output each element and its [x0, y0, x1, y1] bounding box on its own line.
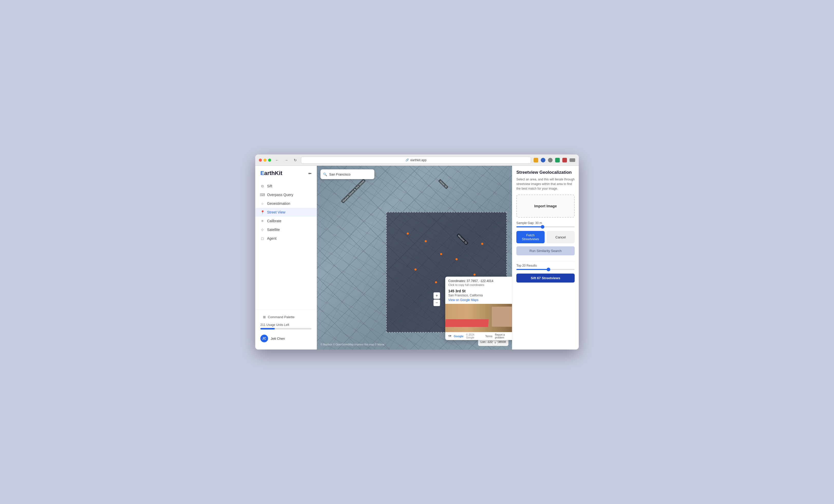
calibrate-icon: ✳: [260, 219, 264, 223]
logo-e: E: [260, 170, 264, 176]
ext-icon-2[interactable]: [541, 158, 545, 162]
sidebar-footer: ⊞ Command Palette 211 Usage Units Left J…: [255, 310, 316, 345]
sidebar-item-calibrate-label: Calibrate: [267, 219, 281, 223]
run-similarity-search-button[interactable]: Run Similarity Search: [517, 246, 575, 255]
popup-city: San Francisco, California: [448, 294, 512, 297]
sift-icon: ⧉: [260, 184, 264, 188]
sidebar-item-agent[interactable]: ◻ Agent: [255, 234, 316, 243]
map-search-clear-button[interactable]: ×: [374, 172, 377, 176]
popup-address: 145 3rd St San Francisco, California Vie…: [445, 288, 512, 304]
minimize-dot[interactable]: [263, 159, 266, 162]
geoestimation-icon: ○: [260, 202, 264, 206]
sidebar-item-sift[interactable]: ⧉ Sift: [255, 182, 316, 190]
top-results-slider-thumb[interactable]: [547, 268, 550, 271]
sidebar-item-street-view-label: Street View: [267, 210, 285, 214]
map-area[interactable]: Market Street & 3rd Street Jessie St Mis…: [317, 166, 512, 349]
usage-label: 211 Usage Units Left: [260, 323, 311, 327]
ext-icon-4[interactable]: [555, 158, 560, 162]
address-bar[interactable]: 🔗 earthkit.app: [301, 157, 531, 164]
search-icon: 🔍: [323, 173, 327, 176]
sidebar-item-street-view[interactable]: 📍 Street View: [255, 208, 316, 216]
sidebar-collapse-button[interactable]: ⬅: [308, 171, 311, 176]
popup-copy-hint: Click to copy full coordinates: [448, 283, 512, 287]
sidebar-item-satellite-label: Satellite: [267, 228, 280, 232]
ext-icon-1[interactable]: [533, 158, 538, 162]
browser-extension-icons: [533, 158, 575, 162]
top-results-slider-fill: [517, 269, 548, 270]
browser-window: ← → ↻ 🔗 earthkit.app EarthKit ⬅: [255, 155, 579, 349]
popup-image-building: [491, 306, 512, 327]
street-view-icon: 📍: [260, 210, 264, 214]
map-popup: Coordinates: 37.7857, -122.4014 Click to…: [445, 277, 512, 340]
popup-street: 145 3rd St: [448, 289, 512, 293]
sidebar-item-overpass-query[interactable]: ⌨ Overpass Query: [255, 190, 316, 199]
sidebar-item-satellite[interactable]: ⊹ Satellite: [255, 225, 316, 234]
command-palette-icon: ⊞: [263, 315, 266, 319]
sample-gap-container: Sample Gap: 30 m: [517, 221, 575, 227]
sidebar-item-geoestimation[interactable]: ○ Geoestimation: [255, 199, 316, 208]
sift-streetviews-button[interactable]: Sift 67 Streetviews: [517, 274, 575, 282]
sidebar-item-sift-label: Sift: [267, 184, 272, 188]
popup-footer: 🗺 Google © 2024 Google Terms Report a pr…: [445, 332, 512, 340]
map-marker-5: [435, 281, 437, 283]
map-search-input[interactable]: [329, 173, 372, 176]
map-marker-7: [474, 274, 476, 276]
user-avatar: JC: [260, 335, 268, 342]
top-results-slider-track: [517, 269, 575, 270]
ext-icon-3[interactable]: [548, 158, 553, 162]
popup-copyright: © 2024 Google: [466, 333, 483, 339]
import-image-area[interactable]: Import Image: [517, 194, 575, 217]
help-button[interactable]: ?: [492, 340, 498, 346]
usage-bar-fill: [260, 328, 275, 329]
map-attribution: © Mapbox © OpenStreetMap Improve this ma…: [321, 343, 385, 346]
sample-gap-label: Sample Gap: 30 m: [517, 221, 575, 225]
agent-icon: ◻: [260, 236, 264, 240]
sidebar-item-agent-label: Agent: [267, 236, 277, 240]
command-palette-label: Command Palette: [268, 315, 294, 319]
sidebar-toggle-icon[interactable]: [570, 158, 575, 162]
sidebar: EarthKit ⬅ ⧉ Sift ⌨ Overpass Query ○ Geo…: [255, 166, 317, 349]
user-name: Jett Chen: [271, 337, 285, 341]
popup-terms-link[interactable]: Terms: [485, 335, 492, 338]
zoom-out-button[interactable]: −: [434, 299, 440, 306]
sample-gap-slider-track: [517, 226, 575, 227]
forward-button[interactable]: →: [283, 157, 290, 163]
fetch-streetviews-button[interactable]: Fetch Streetviews: [517, 231, 545, 243]
fullscreen-dot[interactable]: [268, 159, 271, 162]
logo-kit: Kit: [275, 170, 282, 176]
sample-gap-slider-fill: [517, 226, 543, 227]
url-text: earthkit.app: [410, 158, 426, 162]
sample-gap-slider-thumb[interactable]: [541, 225, 544, 229]
usage-section: 211 Usage Units Left: [260, 323, 311, 329]
usage-bar-track: [260, 328, 311, 329]
top-results-label: Top 20 Results: [517, 264, 575, 268]
popup-report-link[interactable]: Report a problem: [495, 333, 512, 339]
user-profile[interactable]: JC Jett Chen: [260, 332, 311, 342]
popup-gmaps-link[interactable]: View on Google Maps: [448, 298, 512, 302]
popup-streetview-image[interactable]: [445, 304, 512, 332]
nav-items: ⧉ Sift ⌨ Overpass Query ○ Geoestimation …: [255, 181, 316, 310]
google-logo: Google: [454, 335, 463, 338]
app-logo: EarthKit: [260, 170, 282, 177]
ext-icon-5[interactable]: [562, 158, 567, 162]
main-content: Market Street & 3rd Street Jessie St Mis…: [317, 166, 512, 349]
overpass-icon: ⌨: [260, 193, 264, 197]
satellite-icon: ⊹: [260, 228, 264, 232]
import-image-label: Import Image: [534, 204, 557, 208]
sidebar-header: EarthKit ⬅: [255, 170, 316, 181]
sidebar-item-geoestimation-label: Geoestimation: [267, 202, 290, 206]
reload-button[interactable]: ↻: [292, 157, 299, 163]
app-container: EarthKit ⬅ ⧉ Sift ⌨ Overpass Query ○ Geo…: [255, 166, 579, 349]
popup-image-road: [445, 319, 489, 327]
browser-traffic-lights: [259, 159, 271, 162]
cancel-button[interactable]: Cancel: [547, 231, 575, 243]
command-palette-button[interactable]: ⊞ Command Palette: [260, 313, 311, 321]
user-initials: JC: [262, 337, 266, 340]
sidebar-item-calibrate[interactable]: ✳ Calibrate: [255, 216, 316, 225]
panel-description: Select an area, and this will iterate th…: [517, 177, 575, 191]
back-button[interactable]: ←: [274, 157, 280, 163]
map-zoom-controls: + −: [434, 292, 440, 306]
zoom-in-button[interactable]: +: [434, 292, 440, 299]
close-dot[interactable]: [259, 159, 262, 162]
popup-coords[interactable]: Coordinates: 37.7857, -122.4014: [448, 279, 512, 283]
